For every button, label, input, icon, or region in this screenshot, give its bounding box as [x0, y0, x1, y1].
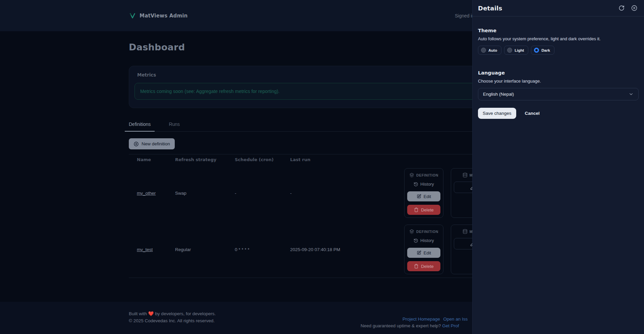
edit-pencil-icon [417, 194, 421, 199]
chevron-down-icon [629, 92, 634, 97]
support-text: Need guaranteed uptime & expert help? [361, 323, 442, 328]
last-run-cell: - [290, 191, 404, 196]
definition-card-head: DEFINITION [407, 173, 440, 178]
col-header-strategy: Refresh strategy [175, 157, 235, 162]
theme-title: Theme [478, 28, 639, 33]
database-icon [463, 173, 468, 178]
history-icon [414, 182, 418, 187]
col-header-schedule: Schedule (cron) [235, 157, 290, 162]
tab-bar: Definitions Runs [129, 118, 515, 132]
theme-option-dark[interactable]: Dark [531, 46, 554, 55]
col-header-lastrun: Last run [290, 157, 404, 162]
definition-name-link[interactable]: mv_test [137, 247, 153, 252]
delete-button[interactable]: Delete [407, 261, 440, 271]
theme-option-auto[interactable]: Auto [478, 46, 501, 55]
theme-section: Theme Auto follows your system preferenc… [478, 28, 639, 55]
tab-runs[interactable]: Runs [165, 118, 184, 131]
history-icon [414, 238, 418, 243]
language-select-value: English (Nepal) [483, 92, 514, 97]
details-drawer: Details Theme Auto follows your system p… [472, 0, 644, 334]
col-header-name: Name [137, 157, 175, 162]
definition-name-link[interactable]: mv_other [137, 191, 156, 196]
database-icon [463, 229, 468, 234]
brand-name: MatViews Admin [140, 13, 187, 19]
refresh-button[interactable] [619, 5, 625, 11]
layers-icon [409, 229, 414, 234]
refresh-icon [619, 5, 625, 11]
table-row: mv_test Regular 0 * * * * 2025-09-20 07:… [129, 221, 515, 278]
metrics-card-title: Metrics [137, 72, 509, 78]
project-homepage-link[interactable]: Project Homepage [402, 317, 440, 322]
definitions-table: Name Refresh strategy Schedule (cron) La… [129, 154, 515, 278]
schedule-cell: - [235, 191, 290, 196]
metrics-coming-soon-banner: Metrics coming soon (see: Aggregate refr… [135, 83, 509, 100]
support-link[interactable]: Get Prof [442, 323, 459, 328]
radio-selected-icon [534, 48, 539, 53]
table-header-row: Name Refresh strategy Schedule (cron) La… [129, 154, 515, 165]
radio-icon [507, 48, 512, 53]
plus-circle-icon [133, 141, 139, 147]
brand-logo-icon [129, 12, 136, 19]
close-circle-icon [631, 5, 637, 11]
table-row: mv_other Swap - - DEFINITION Histor [129, 165, 515, 221]
app-page: MatViews Admin Signed in as sample-user@… [0, 0, 644, 334]
drawer-title: Details [478, 5, 502, 12]
edit-pencil-icon [417, 250, 421, 255]
trash-icon [414, 207, 419, 212]
brand[interactable]: MatViews Admin [129, 12, 187, 19]
history-button[interactable]: History [407, 238, 440, 243]
cancel-button[interactable]: Cancel [525, 111, 540, 116]
definition-actions-card: DEFINITION History Edit [404, 225, 443, 274]
layers-icon [409, 173, 414, 178]
theme-options: Auto Light Dark [478, 46, 639, 55]
edit-button[interactable]: Edit [407, 248, 440, 258]
trash-icon [414, 264, 419, 269]
new-definition-button[interactable]: New definition [129, 138, 175, 149]
delete-button[interactable]: Delete [407, 205, 440, 215]
history-button[interactable]: History [407, 182, 440, 187]
new-definition-label: New definition [142, 141, 170, 146]
drawer-actions: Save changes Cancel [478, 108, 639, 119]
page-title: Dashboard [129, 42, 515, 52]
language-description: Choose your interface language. [478, 79, 639, 84]
metrics-card: Metrics Metrics coming soon (see: Aggreg… [129, 66, 515, 108]
last-run-cell: 2025-09-20 07:40:18 PM [290, 247, 404, 252]
save-changes-button[interactable]: Save changes [478, 108, 516, 119]
refresh-strategy-cell: Swap [175, 191, 235, 196]
language-section: Language Choose your interface language.… [478, 70, 639, 100]
edit-button[interactable]: Edit [407, 191, 440, 201]
definition-card-head: DEFINITION [407, 229, 440, 234]
language-title: Language [478, 70, 639, 76]
refresh-strategy-cell: Regular [175, 247, 235, 252]
tab-definitions[interactable]: Definitions [125, 118, 155, 132]
definition-actions-card: DEFINITION History Edit [404, 168, 443, 218]
radio-icon [481, 48, 486, 53]
close-drawer-button[interactable] [631, 5, 637, 11]
drawer-header: Details [473, 0, 644, 16]
theme-description: Auto follows your system preference, lig… [478, 36, 639, 41]
schedule-cell: 0 * * * * [235, 247, 290, 252]
language-select[interactable]: English (Nepal) [478, 88, 639, 100]
open-issue-link[interactable]: Open an Iss [443, 317, 468, 322]
theme-option-light[interactable]: Light [504, 46, 528, 55]
